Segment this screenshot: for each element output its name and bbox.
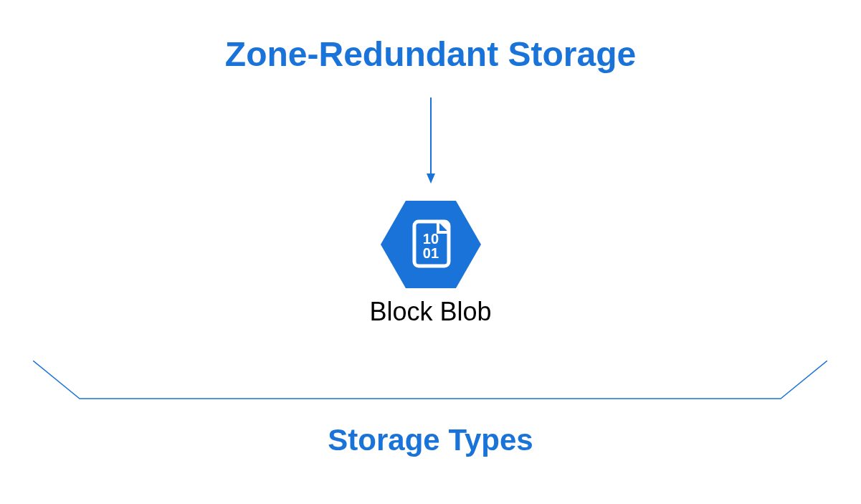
arrow-down-icon — [424, 98, 437, 186]
svg-marker-1 — [427, 173, 435, 184]
binary-text-top: 10 — [422, 231, 438, 247]
title-top: Zone-Redundant Storage — [0, 34, 861, 74]
binary-text-bottom: 01 — [422, 245, 438, 261]
diagram-container: Zone-Redundant Storage 10 01 Block Blob — [0, 0, 861, 504]
storage-node: 10 01 Block Blob — [369, 201, 491, 327]
title-bottom: Storage Types — [0, 423, 861, 457]
node-label: Block Blob — [369, 297, 491, 327]
bracket-decoration — [33, 361, 828, 406]
hexagon-shape: 10 01 — [381, 201, 481, 288]
